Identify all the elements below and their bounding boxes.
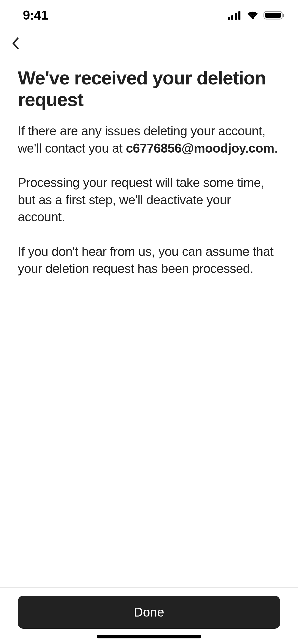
body-text: If there are any issues deleting your ac…: [18, 123, 280, 277]
status-indicators: [228, 10, 285, 20]
cellular-signal-icon: [228, 11, 242, 20]
status-time: 9:41: [23, 8, 48, 23]
paragraph-processing: Processing your request will take some t…: [18, 174, 280, 226]
home-indicator: [97, 635, 201, 638]
paragraph-contact: If there are any issues deleting your ac…: [18, 123, 280, 157]
page-title: We've received your deletion request: [18, 67, 280, 110]
svg-rect-6: [265, 13, 281, 18]
svg-rect-0: [228, 17, 230, 20]
contact-email: c6776856@moodjoy.com: [126, 141, 274, 155]
svg-rect-1: [231, 15, 233, 20]
main-content: We've received your deletion request If …: [0, 57, 298, 277]
paragraph-assume: If you don't hear from us, you can assum…: [18, 243, 280, 277]
status-bar: 9:41: [0, 0, 298, 28]
svg-point-4: [252, 17, 254, 19]
svg-rect-7: [283, 14, 284, 17]
svg-rect-2: [235, 13, 237, 20]
paragraph-contact-end: .: [274, 141, 278, 155]
svg-rect-3: [238, 11, 240, 20]
back-button[interactable]: [0, 28, 32, 56]
chevron-left-icon: [10, 36, 21, 51]
done-button[interactable]: Done: [18, 596, 280, 629]
battery-icon: [263, 10, 285, 20]
wifi-icon: [246, 11, 259, 20]
